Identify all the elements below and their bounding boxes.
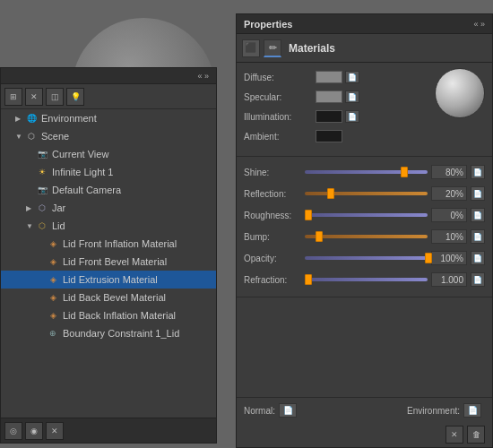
shine-thumb[interactable] (401, 167, 408, 177)
bump-value[interactable]: 10% (431, 229, 467, 244)
refraction-row: Refraction: 1.000 📄 (244, 270, 485, 289)
reflection-slider-container[interactable] (305, 186, 428, 201)
material-sphere-preview (435, 68, 485, 118)
illumination-row: Illumination: 📄 (244, 108, 428, 125)
roughness-thumb[interactable] (305, 210, 312, 220)
toolbar-btn-1[interactable]: ⊞ (4, 88, 22, 106)
lid-icon: ⬡ (35, 219, 49, 233)
toolbar-btn-4[interactable]: 💡 (66, 88, 84, 106)
refraction-thumb[interactable] (305, 274, 312, 285)
tree-item-boundary-constraint[interactable]: ⊕ Boundary Constraint 1_Lid (1, 324, 216, 342)
roughness-track (305, 213, 428, 217)
specular-color-box[interactable] (316, 90, 342, 103)
roughness-value[interactable]: 0% (431, 208, 467, 222)
toolbar-btn-2[interactable]: ✕ (25, 88, 43, 106)
normal-file-btn[interactable]: 📄 (279, 403, 297, 418)
scene-panel: « » ⊞ ✕ ◫ 💡 ▶ 🌐 Environment ▼ ⬡ Scene 📷 … (0, 67, 217, 444)
reflection-file-btn[interactable]: 📄 (471, 186, 485, 201)
right-bottom-btn-2[interactable]: 🗑 (467, 426, 485, 444)
panel-collapse-arrows[interactable]: « » (197, 72, 209, 81)
properties-collapse-arrows[interactable]: « » (473, 20, 485, 29)
tree-item-infinite-light[interactable]: ☀ Infinite Light 1 (1, 163, 216, 181)
bump-file-btn[interactable]: 📄 (471, 229, 485, 244)
ambient-row: Ambient: (244, 127, 428, 145)
bump-track (305, 235, 428, 238)
bump-thumb[interactable] (316, 231, 323, 242)
tree-item-default-camera[interactable]: 📷 Default Camera (1, 181, 216, 199)
mat-icon: ◈ (46, 272, 60, 287)
roughness-file-btn[interactable]: 📄 (471, 208, 485, 222)
refraction-file-btn[interactable]: 📄 (471, 272, 485, 287)
illumination-color-box[interactable] (316, 110, 342, 123)
panel-header: « » (1, 68, 216, 84)
tab-icon-1[interactable]: ⬛ (242, 39, 260, 57)
reflection-value[interactable]: 20% (431, 186, 467, 201)
reflection-thumb[interactable] (327, 188, 334, 199)
tree-item-jar[interactable]: ▶ ⬡ Jar (1, 199, 216, 217)
properties-title: Properties (244, 19, 292, 30)
refraction-slider-container[interactable] (305, 272, 428, 287)
tab-icon-brush[interactable]: ✏ (264, 39, 281, 57)
shine-label: Shine: (244, 168, 305, 177)
diffuse-color-box[interactable] (316, 71, 342, 83)
view-icon: 📷 (35, 147, 49, 161)
tree-item-current-view[interactable]: 📷 Current View (1, 145, 216, 163)
mat-icon: ◈ (46, 254, 60, 269)
infinite-light-label: Infinite Light 1 (52, 167, 114, 177)
illumination-file-btn[interactable]: 📄 (345, 110, 359, 123)
sliders-section: Shine: 80% 📄 Reflection: 20% 📄 Roughness… (237, 160, 492, 293)
tree-item-lid-back-bevel[interactable]: ◈ Lid Back Bevel Material (1, 289, 216, 306)
materials-tab-bar: ⬛ ✏ Materials (237, 34, 492, 63)
refraction-track (305, 278, 428, 281)
jar-icon: ⬡ (35, 201, 49, 215)
constraint-icon: ⊕ (46, 326, 60, 340)
mat-icon: ◈ (46, 308, 60, 323)
current-view-label: Current View (52, 149, 108, 159)
bottom-btn-3[interactable]: ✕ (46, 422, 64, 440)
lid-extrusion-label: Lid Extrusion Material (63, 274, 158, 285)
opacity-file-btn[interactable]: 📄 (471, 251, 485, 265)
lid-back-inflation-label: Lid Back Inflation Material (63, 310, 176, 321)
ambient-color-box[interactable] (316, 130, 342, 142)
tree-item-lid-extrusion[interactable]: ◈ Lid Extrusion Material (1, 271, 216, 289)
material-left-col: Diffuse: 📄 Specular: 📄 Illumination: 📄 A… (244, 68, 428, 147)
toolbar-btn-3[interactable]: ◫ (46, 88, 64, 106)
tree-arrow: ▼ (15, 133, 24, 141)
tree-arrow: ▶ (26, 204, 35, 212)
environment-file-btn[interactable]: 📄 (463, 403, 481, 418)
tree-arrow: ▼ (26, 222, 35, 230)
mat-icon: ◈ (46, 290, 60, 305)
bottom-btn-2[interactable]: ◉ (25, 422, 43, 440)
diffuse-file-btn[interactable]: 📄 (345, 71, 359, 83)
reflection-track (305, 192, 428, 195)
properties-panel: Properties « » ⬛ ✏ Materials Diffuse: 📄 … (236, 13, 493, 448)
shine-file-btn[interactable]: 📄 (471, 165, 485, 179)
bump-slider-container[interactable] (305, 229, 428, 244)
tree-arrow: ▶ (15, 115, 24, 123)
default-camera-label: Default Camera (52, 185, 121, 195)
material-color-props: Diffuse: 📄 Specular: 📄 Illumination: 📄 A… (237, 63, 492, 152)
specular-file-btn[interactable]: 📄 (345, 90, 359, 103)
roughness-slider-container[interactable] (305, 208, 428, 222)
properties-header: Properties « » (237, 14, 492, 34)
tree-item-scene[interactable]: ▼ ⬡ Scene (1, 127, 216, 145)
divider-2 (237, 297, 492, 297)
tree-item-lid[interactable]: ▼ ⬡ Lid (1, 217, 216, 235)
camera-icon: 📷 (35, 183, 49, 197)
opacity-thumb[interactable] (425, 253, 432, 263)
shine-slider-container[interactable] (305, 165, 428, 179)
tab-icon-1-glyph: ⬛ (245, 42, 257, 54)
tree-item-lid-front-bevel[interactable]: ◈ Lid Front Bevel Material (1, 253, 216, 271)
environment-label: Environment (41, 113, 97, 124)
tree-item-lid-front-inflation[interactable]: ◈ Lid Front Inflation Material (1, 235, 216, 253)
left-panel-bottom-toolbar: ◎ ◉ ✕ (1, 418, 216, 443)
refraction-value[interactable]: 1.000 (431, 272, 467, 287)
opacity-value[interactable]: 100% (431, 251, 467, 265)
shine-value[interactable]: 80% (431, 165, 467, 179)
right-bottom-btn-1[interactable]: ✕ (445, 426, 463, 444)
bottom-btn-1[interactable]: ◎ (4, 422, 22, 440)
tree-item-environment[interactable]: ▶ 🌐 Environment (1, 109, 216, 127)
normal-label: Normal: (244, 406, 275, 416)
opacity-slider-container[interactable] (305, 251, 428, 265)
tree-item-lid-back-inflation[interactable]: ◈ Lid Back Inflation Material (1, 306, 216, 324)
